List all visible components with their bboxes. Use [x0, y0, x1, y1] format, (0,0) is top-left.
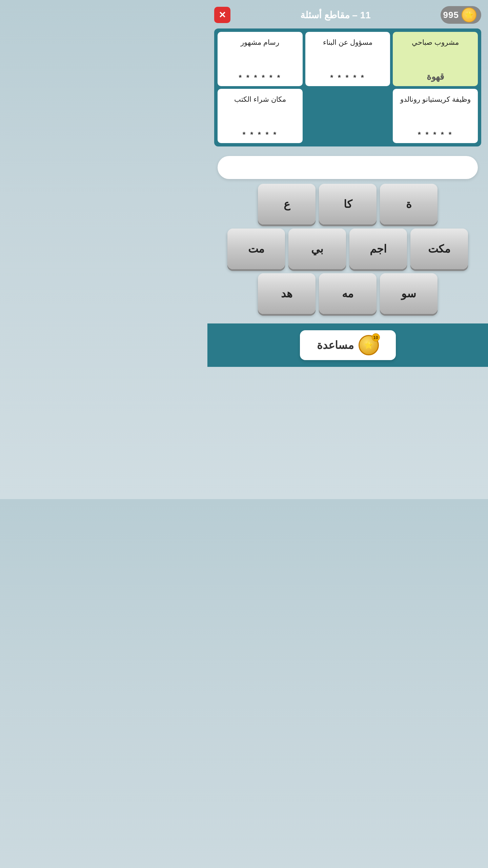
close-icon: ✕ — [219, 11, 226, 19]
answer-input-area — [218, 156, 478, 179]
cell-clue-3: رسام مشهور — [241, 37, 279, 47]
letter-btn-9[interactable]: مه — [319, 273, 377, 314]
help-label: مساعدة — [317, 339, 354, 352]
letter-btn-3[interactable]: ة — [380, 184, 438, 224]
letters-row-1: ة كا ع — [214, 184, 481, 224]
help-coin-number: 10 — [372, 333, 380, 341]
cell-answer-3: * * * * * * — [239, 73, 281, 82]
cell-clue-6: مكان شراء الكتب — [234, 94, 286, 104]
help-button[interactable]: ⭐ 10 مساعدة — [300, 330, 396, 360]
letter-btn-8[interactable]: هد — [258, 273, 316, 314]
help-coin-icon: ⭐ 10 — [359, 335, 379, 355]
cell-clue-4: وظيفة كريستيانو رونالدو — [400, 94, 471, 104]
letter-btn-5[interactable]: بي — [288, 229, 346, 269]
puzzle-cell-2[interactable]: مسؤول عن البناء * * * * * — [305, 32, 390, 86]
letter-label: ة — [406, 198, 412, 211]
letters-row-2: مكت اجم بي مت — [214, 229, 481, 269]
letter-label: كا — [344, 198, 352, 211]
letter-label: مه — [342, 287, 353, 300]
cell-clue-1: مشروب صباحي — [412, 37, 459, 47]
letter-label: هد — [281, 287, 292, 300]
puzzle-cell-4[interactable]: وظيفة كريستيانو رونالدو * * * * * — [393, 89, 478, 143]
letters-grid: ة كا ع مكت اجم بي مت سو مه هد — [214, 184, 481, 314]
letter-btn-1[interactable]: ع — [258, 184, 316, 224]
puzzle-cell-1[interactable]: مشروب صباحي قهوة — [393, 32, 478, 86]
header: ⭐ 995 11 – مقاطع أسئلة ✕ — [207, 0, 488, 28]
letter-btn-4[interactable]: مت — [227, 229, 285, 269]
puzzle-cell-5-empty — [305, 89, 390, 143]
letter-label: اجم — [370, 242, 387, 255]
puzzle-cell-3[interactable]: رسام مشهور * * * * * * — [218, 32, 303, 86]
letter-btn-10[interactable]: سو — [380, 273, 438, 314]
help-badge: ⭐ 10 — [359, 335, 379, 355]
letter-label: مكت — [428, 242, 450, 255]
cell-clue-2: مسؤول عن البناء — [323, 37, 373, 47]
answer-input[interactable] — [218, 156, 478, 179]
cell-answer-4: * * * * * — [418, 130, 453, 139]
letters-row-3: سو مه هد — [214, 273, 481, 314]
letter-label: سو — [401, 287, 416, 300]
letter-btn-7[interactable]: مكت — [410, 229, 468, 269]
letter-label: ع — [284, 198, 290, 211]
star-icon: ⭐ — [462, 7, 476, 22]
score-badge: ⭐ 995 — [441, 6, 481, 24]
puzzle-grid: مشروب صباحي قهوة مسؤول عن البناء * * * *… — [214, 28, 481, 146]
page-title: 11 – مقاطع أسئلة — [230, 9, 441, 21]
score-text: 995 — [443, 10, 459, 20]
letter-btn-6[interactable]: اجم — [349, 229, 407, 269]
close-button[interactable]: ✕ — [214, 7, 230, 23]
help-area: ⭐ 10 مساعدة — [207, 323, 488, 367]
coin-star-icon: ⭐ — [364, 341, 373, 350]
puzzle-cell-6[interactable]: مكان شراء الكتب * * * * * — [218, 89, 303, 143]
cell-answer-2: * * * * * — [330, 73, 365, 82]
letter-label: مت — [248, 242, 264, 255]
letter-label: بي — [311, 242, 323, 255]
cell-answer-6: * * * * * — [243, 130, 278, 139]
letter-btn-2[interactable]: كا — [319, 184, 377, 224]
cell-answer-1: قهوة — [427, 72, 444, 82]
